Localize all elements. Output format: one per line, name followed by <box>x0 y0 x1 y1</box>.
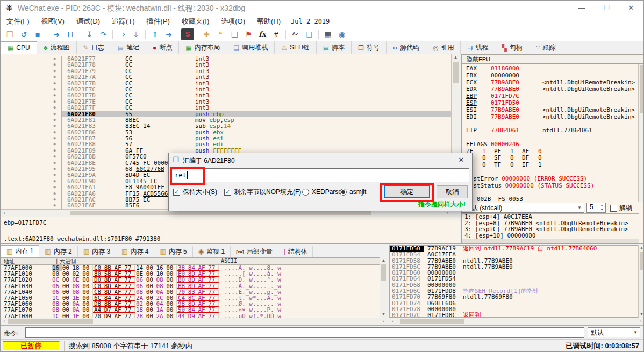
dump-row[interactable]: 77AF10200C000E00D08DAF7706000800B08DAF77… <box>1 277 380 283</box>
open-file-icon[interactable]: ❒ <box>3 28 16 40</box>
breakpoint-dot-icon[interactable]: ● <box>48 172 62 178</box>
step-over-icon[interactable]: ↷ <box>97 28 110 40</box>
arguments-hscrollbar[interactable] <box>462 239 639 243</box>
menu-item[interactable]: 调试(D) <box>70 16 106 27</box>
registers-list[interactable]: EAX01186000EBX00000000ECX77B9ABE0<ntdll.… <box>462 64 639 202</box>
hide-fpu-button[interactable]: 隐藏FPU <box>462 54 644 64</box>
stack-hscrollbar[interactable]: ‹› <box>389 318 644 325</box>
run-to-selection-icon[interactable]: ⇒ <box>116 28 128 40</box>
execute-till-return-icon[interactable]: ⇑ <box>148 28 161 40</box>
tab-script[interactable]: ▤脚本 <box>317 41 352 54</box>
argument-row[interactable]: 1: [esp+4] A0C17EEA <box>462 214 639 220</box>
stack-vscrollbar[interactable]: ▲▼ <box>638 245 644 318</box>
breakpoint-dot-icon[interactable]: ● <box>48 203 62 209</box>
breakpoint-dot-icon[interactable]: ● <box>48 154 62 160</box>
run-icon[interactable]: ➜ <box>50 28 63 40</box>
hash-icon[interactable]: # <box>270 28 283 40</box>
dump-row[interactable]: 77AF10801C001E0070D9AF7728002A0044D9AF77… <box>1 313 380 318</box>
register-row[interactable]: ZF1PF1AF0 <box>462 148 639 155</box>
restart-icon[interactable]: ↺ <box>17 28 30 40</box>
labels-icon[interactable]: ❑ <box>228 28 241 40</box>
dump-hscrollbar[interactable]: ‹› <box>1 318 387 325</box>
breakpoint-dot-icon[interactable]: ● <box>48 123 62 129</box>
argument-row[interactable]: 4: [esp+10] 00000000 <box>462 233 639 239</box>
disasm-row[interactable]: ●6AD21F7FCCint3 <box>1 105 451 111</box>
menu-item[interactable]: 选项(O) <box>215 16 251 27</box>
stack-view[interactable]: 0171FD5077B9AC19返回到 ntdll.77B9AC19 自 ntd… <box>389 245 638 318</box>
minimize-button[interactable]: — <box>569 1 594 16</box>
memory-dump-view[interactable]: 地址 十六进制 ASCII 77AF100016001800C08BAF7714… <box>1 257 380 318</box>
register-row[interactable]: GS 002B FS 0053 <box>462 196 639 202</box>
breakpoint-dot-icon[interactable]: ● <box>48 68 62 74</box>
menu-item[interactable]: 追踪(T) <box>106 16 141 27</box>
register-row[interactable]: EBP0171FD7C <box>462 93 639 100</box>
cancel-button[interactable]: 取消 <box>437 185 468 198</box>
tab-threads[interactable]: ⇉线程 <box>461 41 495 54</box>
tab-trace[interactable]: ∵跟踪 <box>529 41 563 54</box>
breakpoint-dot-icon[interactable]: ● <box>48 117 62 123</box>
tab-watch-1[interactable]: ◉监视 1 <box>193 246 231 257</box>
dialog-title-bar[interactable]: ❐ 汇编于 6AD21F80 ✕ <box>169 153 472 167</box>
register-row[interactable]: EDI77B9ABE0<ntdll.DbgUiRemoteBreakin> <box>462 114 639 121</box>
breakpoint-dot-icon[interactable]: ● <box>48 87 62 92</box>
command-profile-dropdown[interactable]: 默认▼ <box>588 327 640 337</box>
tab-source[interactable]: ‹›源代码 <box>387 41 426 54</box>
menu-item[interactable]: 视图(V) <box>35 16 70 27</box>
breakpoint-dot-icon[interactable]: ● <box>48 105 62 111</box>
menu-item[interactable]: 插件(P) <box>141 16 176 27</box>
breakpoint-dot-icon[interactable]: ● <box>48 62 62 68</box>
breakpoint-dot-icon[interactable]: ● <box>48 184 62 190</box>
dump-vscrollbar[interactable]: ▲▼ <box>380 257 387 318</box>
arg-count-stepper[interactable]: 5▲▼ <box>586 203 606 213</box>
pause-icon[interactable]: ❙❙ <box>64 28 77 40</box>
assembler-icon[interactable]: ❏ <box>303 28 316 40</box>
tab-handles[interactable]: ▚句柄 <box>495 41 529 54</box>
breakpoint-dot-icon[interactable]: ● <box>48 141 62 147</box>
call-arguments-panel[interactable]: 1: [esp+4] A0C17EEA2: [esp+8] 77B9ABE0 <… <box>462 213 639 239</box>
breakpoint-dot-icon[interactable]: ● <box>48 92 62 98</box>
breakpoint-dot-icon[interactable]: ● <box>48 148 62 154</box>
stop-icon[interactable]: ■ <box>31 28 44 40</box>
dump-row[interactable]: 77AF107008000A00A4D7AF7718001A005084AF77… <box>1 307 380 313</box>
breakpoint-dot-icon[interactable]: ● <box>48 160 62 166</box>
source-s-icon[interactable]: S <box>181 28 194 40</box>
unlock-checkbox[interactable]: 解锁 <box>610 204 632 213</box>
internet-icon[interactable]: ◉ <box>335 28 348 40</box>
menu-item[interactable]: 收藏夹(I) <box>176 16 215 27</box>
register-row[interactable]: CF0TF0IF1 <box>462 162 639 169</box>
tab-dump-2[interactable]: ▥内存 2 <box>39 246 77 257</box>
comments-icon[interactable]: ❝ <box>214 28 227 40</box>
asmjit-radio[interactable]: asmjit <box>340 185 366 198</box>
nop-fill-checkbox[interactable]: ✓ 剩余字节以NOP填充(F) <box>224 185 301 198</box>
tab-dump-3[interactable]: ▥内存 3 <box>78 246 116 257</box>
register-row[interactable]: OF0SF0DF0 <box>462 155 639 162</box>
step-out-icon[interactable]: ⇓ <box>130 28 142 40</box>
maximize-button[interactable]: ☐ <box>594 1 619 16</box>
breakpoint-dot-icon[interactable]: ● <box>48 178 62 184</box>
tab-locals[interactable]: [x=]局部变量 <box>231 246 278 257</box>
registers-vscrollbar[interactable] <box>638 64 644 202</box>
tab-seh[interactable]: ⚠SEH链 <box>275 41 316 54</box>
disasm-row[interactable]: ●6AD21F8383EC 14sub esp,14 <box>1 123 451 129</box>
menu-item[interactable]: 文件(F) <box>1 16 35 27</box>
spacer[interactable] <box>462 134 639 141</box>
breakpoint-dot-icon[interactable]: ● <box>48 99 62 105</box>
breakpoint-dot-icon[interactable]: ● <box>48 191 62 197</box>
stack-row[interactable]: 0171FD7077B69F80ntdll.77B69F80 <box>390 294 638 300</box>
case-icon[interactable]: Az <box>289 28 302 40</box>
breakpoint-dot-icon[interactable]: ● <box>48 111 62 117</box>
tab-call-stack[interactable]: ❏调用堆栈 <box>227 41 275 54</box>
stack-row[interactable]: 0171FD54A0C17EEA <box>390 252 638 257</box>
tab-notes[interactable]: ▤笔记 <box>111 41 146 54</box>
register-row[interactable]: EAX01186000 <box>462 66 639 73</box>
breakpoint-dot-icon[interactable]: ● <box>48 197 62 203</box>
xedparse-radio[interactable]: XEDParse <box>302 185 342 198</box>
disasm-row[interactable]: ●6AD21F7ACCint3 <box>1 74 451 80</box>
functions-icon[interactable]: fx <box>256 28 269 40</box>
stepper-arrows-icon[interactable]: ▲▼ <box>598 203 605 212</box>
breakpoint-dot-icon[interactable]: ● <box>48 135 62 141</box>
keep-size-checkbox[interactable]: ✓ 保持大小(S) <box>173 185 217 198</box>
dialog-close-icon[interactable]: ✕ <box>454 155 469 166</box>
assemble-instruction-input[interactable]: ret <box>171 168 469 182</box>
tab-cpu[interactable]: ▦CPU <box>1 41 37 54</box>
